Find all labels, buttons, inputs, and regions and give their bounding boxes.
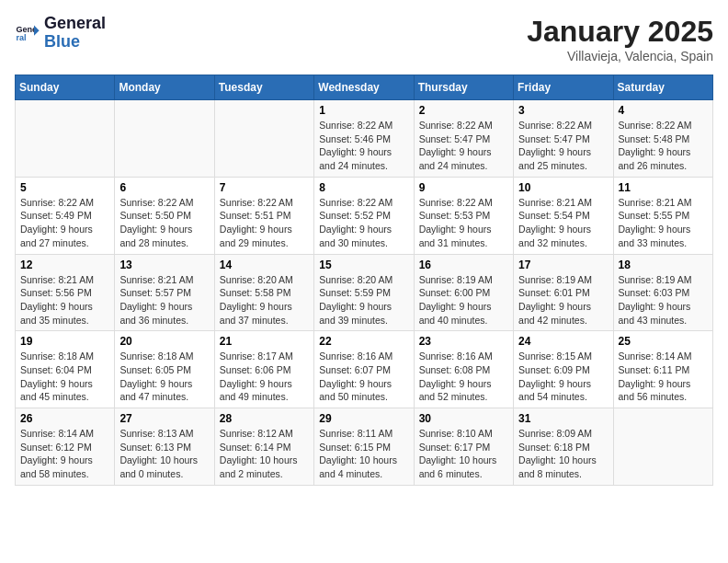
day-number: 16 bbox=[419, 259, 508, 271]
col-monday: Monday bbox=[115, 75, 214, 100]
calendar-cell: 23Sunrise: 8:16 AMSunset: 6:08 PMDayligh… bbox=[414, 331, 513, 408]
col-thursday: Thursday bbox=[414, 75, 513, 100]
day-info: Sunrise: 8:14 AMSunset: 6:12 PMDaylight:… bbox=[20, 427, 109, 481]
day-info: Sunrise: 8:22 AMSunset: 5:47 PMDaylight:… bbox=[419, 119, 508, 173]
calendar-cell: 26Sunrise: 8:14 AMSunset: 6:12 PMDayligh… bbox=[16, 408, 115, 486]
day-info: Sunrise: 8:21 AMSunset: 5:55 PMDaylight:… bbox=[619, 196, 708, 250]
weekday-row: Sunday Monday Tuesday Wednesday Thursday… bbox=[16, 75, 713, 100]
svg-text:Gene: Gene bbox=[16, 24, 37, 33]
calendar-header: Sunday Monday Tuesday Wednesday Thursday… bbox=[16, 75, 713, 100]
day-info: Sunrise: 8:16 AMSunset: 6:08 PMDaylight:… bbox=[419, 350, 508, 404]
day-info: Sunrise: 8:15 AMSunset: 6:09 PMDaylight:… bbox=[518, 350, 608, 404]
calendar-cell: 3Sunrise: 8:22 AMSunset: 5:47 PMDaylight… bbox=[514, 100, 613, 178]
day-info: Sunrise: 8:20 AMSunset: 5:59 PMDaylight:… bbox=[319, 273, 408, 327]
calendar-cell: 10Sunrise: 8:21 AMSunset: 5:54 PMDayligh… bbox=[514, 177, 613, 254]
svg-text:ral: ral bbox=[16, 33, 26, 42]
day-number: 17 bbox=[518, 259, 608, 271]
day-info: Sunrise: 8:22 AMSunset: 5:49 PMDaylight:… bbox=[20, 196, 109, 250]
calendar-cell: 25Sunrise: 8:14 AMSunset: 6:11 PMDayligh… bbox=[613, 331, 712, 408]
day-info: Sunrise: 8:18 AMSunset: 6:04 PMDaylight:… bbox=[20, 350, 109, 404]
calendar-cell: 5Sunrise: 8:22 AMSunset: 5:49 PMDaylight… bbox=[16, 177, 115, 254]
calendar-cell: 22Sunrise: 8:16 AMSunset: 6:07 PMDayligh… bbox=[314, 331, 414, 408]
calendar-week-3: 12Sunrise: 8:21 AMSunset: 5:56 PMDayligh… bbox=[16, 254, 713, 331]
day-number: 27 bbox=[119, 412, 209, 425]
day-info: Sunrise: 8:14 AMSunset: 6:11 PMDaylight:… bbox=[619, 350, 708, 404]
day-number: 30 bbox=[419, 412, 508, 425]
calendar-cell bbox=[16, 100, 115, 178]
calendar-cell: 27Sunrise: 8:13 AMSunset: 6:13 PMDayligh… bbox=[115, 408, 214, 486]
day-number: 7 bbox=[220, 181, 309, 194]
calendar-cell bbox=[115, 100, 214, 178]
day-number: 31 bbox=[518, 412, 608, 425]
col-wednesday: Wednesday bbox=[314, 75, 414, 100]
day-number: 22 bbox=[319, 335, 408, 348]
day-info: Sunrise: 8:19 AMSunset: 6:03 PMDaylight:… bbox=[619, 273, 708, 327]
day-number: 2 bbox=[419, 104, 508, 117]
day-number: 13 bbox=[119, 259, 209, 271]
day-info: Sunrise: 8:11 AMSunset: 6:15 PMDaylight:… bbox=[319, 427, 408, 481]
calendar-table: Sunday Monday Tuesday Wednesday Thursday… bbox=[15, 75, 713, 486]
calendar-cell bbox=[214, 100, 313, 178]
day-info: Sunrise: 8:19 AMSunset: 6:00 PMDaylight:… bbox=[419, 273, 508, 327]
day-info: Sunrise: 8:20 AMSunset: 5:58 PMDaylight:… bbox=[220, 273, 309, 327]
calendar-cell: 14Sunrise: 8:20 AMSunset: 5:58 PMDayligh… bbox=[214, 254, 313, 331]
col-sunday: Sunday bbox=[16, 75, 115, 100]
calendar-cell: 11Sunrise: 8:21 AMSunset: 5:55 PMDayligh… bbox=[613, 177, 712, 254]
calendar-cell: 4Sunrise: 8:22 AMSunset: 5:48 PMDaylight… bbox=[613, 100, 712, 178]
calendar-cell: 1Sunrise: 8:22 AMSunset: 5:46 PMDaylight… bbox=[314, 100, 414, 178]
month-title: January 2025 bbox=[527, 15, 713, 49]
day-number: 3 bbox=[518, 104, 608, 117]
day-number: 1 bbox=[319, 104, 408, 117]
day-number: 12 bbox=[20, 259, 109, 271]
day-info: Sunrise: 8:22 AMSunset: 5:46 PMDaylight:… bbox=[319, 119, 408, 173]
calendar-cell: 29Sunrise: 8:11 AMSunset: 6:15 PMDayligh… bbox=[314, 408, 414, 486]
calendar-cell: 28Sunrise: 8:12 AMSunset: 6:14 PMDayligh… bbox=[214, 408, 313, 486]
calendar-cell: 13Sunrise: 8:21 AMSunset: 5:57 PMDayligh… bbox=[115, 254, 214, 331]
day-info: Sunrise: 8:22 AMSunset: 5:52 PMDaylight:… bbox=[319, 196, 408, 250]
day-info: Sunrise: 8:21 AMSunset: 5:54 PMDaylight:… bbox=[518, 196, 608, 250]
calendar-week-1: 1Sunrise: 8:22 AMSunset: 5:46 PMDaylight… bbox=[16, 100, 713, 178]
logo-icon: Gene ral bbox=[15, 20, 40, 46]
day-number: 9 bbox=[419, 181, 508, 194]
day-number: 4 bbox=[619, 104, 708, 117]
calendar-cell: 2Sunrise: 8:22 AMSunset: 5:47 PMDaylight… bbox=[414, 100, 513, 178]
calendar-cell: 6Sunrise: 8:22 AMSunset: 5:50 PMDaylight… bbox=[115, 177, 214, 254]
calendar-cell: 30Sunrise: 8:10 AMSunset: 6:17 PMDayligh… bbox=[414, 408, 513, 486]
day-number: 6 bbox=[119, 181, 209, 194]
location: Villavieja, Valencia, Spain bbox=[527, 49, 713, 63]
calendar-cell: 21Sunrise: 8:17 AMSunset: 6:06 PMDayligh… bbox=[214, 331, 313, 408]
calendar-cell: 16Sunrise: 8:19 AMSunset: 6:00 PMDayligh… bbox=[414, 254, 513, 331]
day-number: 8 bbox=[319, 181, 408, 194]
day-number: 21 bbox=[220, 335, 309, 348]
calendar-cell: 24Sunrise: 8:15 AMSunset: 6:09 PMDayligh… bbox=[514, 331, 613, 408]
calendar-cell: 15Sunrise: 8:20 AMSunset: 5:59 PMDayligh… bbox=[314, 254, 414, 331]
day-number: 10 bbox=[518, 181, 608, 194]
calendar-week-4: 19Sunrise: 8:18 AMSunset: 6:04 PMDayligh… bbox=[16, 331, 713, 408]
calendar-week-5: 26Sunrise: 8:14 AMSunset: 6:12 PMDayligh… bbox=[16, 408, 713, 486]
day-info: Sunrise: 8:18 AMSunset: 6:05 PMDaylight:… bbox=[119, 350, 209, 404]
day-info: Sunrise: 8:22 AMSunset: 5:47 PMDaylight:… bbox=[518, 119, 608, 173]
page-header: Gene ral General Blue January 2025 Villa… bbox=[15, 15, 713, 63]
calendar-cell: 19Sunrise: 8:18 AMSunset: 6:04 PMDayligh… bbox=[16, 331, 115, 408]
calendar-cell: 31Sunrise: 8:09 AMSunset: 6:18 PMDayligh… bbox=[514, 408, 613, 486]
day-number: 15 bbox=[319, 259, 408, 271]
calendar-cell bbox=[613, 408, 712, 486]
calendar-cell: 20Sunrise: 8:18 AMSunset: 6:05 PMDayligh… bbox=[115, 331, 214, 408]
day-info: Sunrise: 8:17 AMSunset: 6:06 PMDaylight:… bbox=[220, 350, 309, 404]
title-area: January 2025 Villavieja, Valencia, Spain bbox=[527, 15, 713, 63]
calendar-cell: 9Sunrise: 8:22 AMSunset: 5:53 PMDaylight… bbox=[414, 177, 513, 254]
day-info: Sunrise: 8:21 AMSunset: 5:57 PMDaylight:… bbox=[119, 273, 209, 327]
calendar-body: 1Sunrise: 8:22 AMSunset: 5:46 PMDaylight… bbox=[16, 100, 713, 486]
logo: Gene ral General Blue bbox=[15, 15, 106, 52]
day-number: 26 bbox=[20, 412, 109, 425]
col-tuesday: Tuesday bbox=[214, 75, 313, 100]
day-info: Sunrise: 8:22 AMSunset: 5:53 PMDaylight:… bbox=[419, 196, 508, 250]
day-info: Sunrise: 8:22 AMSunset: 5:51 PMDaylight:… bbox=[220, 196, 309, 250]
day-number: 20 bbox=[119, 335, 209, 348]
day-number: 29 bbox=[319, 412, 408, 425]
day-info: Sunrise: 8:16 AMSunset: 6:07 PMDaylight:… bbox=[319, 350, 408, 404]
day-number: 19 bbox=[20, 335, 109, 348]
day-number: 25 bbox=[619, 335, 708, 348]
day-number: 18 bbox=[619, 259, 708, 271]
day-number: 11 bbox=[619, 181, 708, 194]
